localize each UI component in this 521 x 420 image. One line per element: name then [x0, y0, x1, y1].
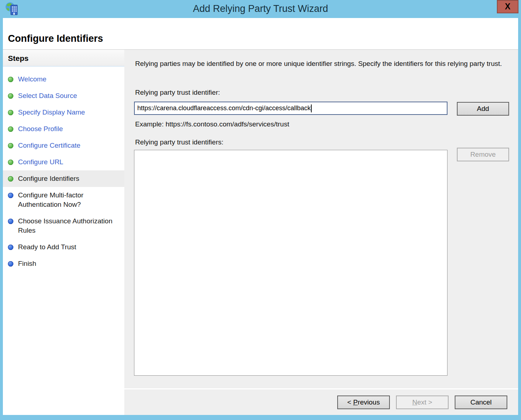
sidebar-step-welcome[interactable]: Welcome	[3, 71, 124, 88]
step-pending-bullet-icon	[8, 193, 13, 198]
add-button[interactable]: Add	[457, 102, 509, 116]
main-panel: Relying parties may be identified by one…	[124, 50, 518, 415]
step-pending-bullet-icon	[8, 219, 13, 224]
sidebar-step-specify-display-name[interactable]: Specify Display Name	[3, 104, 124, 121]
window-title: Add Relying Party Trust Wizard	[0, 0, 521, 18]
previous-label-accesskey: P	[353, 398, 358, 406]
step-label: Finish	[18, 259, 36, 268]
previous-label-pre: <	[347, 398, 353, 406]
sidebar-step-configure-url[interactable]: Configure URL	[3, 154, 124, 170]
add-relying-party-trust-wizard-window: Add Relying Party Trust Wizard x Configu…	[0, 0, 521, 420]
steps-list: WelcomeSelect Data SourceSpecify Display…	[3, 67, 124, 272]
step-label: Specify Display Name	[18, 108, 85, 117]
step-completed-bullet-icon	[8, 110, 13, 115]
step-completed-bullet-icon	[8, 176, 13, 182]
steps-heading: Steps	[3, 50, 124, 67]
identifiers-list-label: Relying party trust identifiers:	[135, 138, 223, 146]
identifier-input-value: https://carena.cloudflareaccess.com/cdn-…	[137, 104, 311, 112]
next-button[interactable]: Next >	[396, 396, 449, 409]
close-button[interactable]: x	[497, 0, 518, 13]
sidebar-step-configure-certificate[interactable]: Configure Certificate	[3, 137, 124, 154]
example-text: Example: https://fs.contoso.com/adfs/ser…	[135, 120, 289, 128]
footer: < Previous Next > Cancel	[124, 388, 518, 415]
cancel-button[interactable]: Cancel	[455, 396, 507, 409]
step-completed-bullet-icon	[8, 143, 13, 148]
step-completed-bullet-icon	[8, 160, 13, 165]
sidebar-step-choose-issuance-authorization-rules[interactable]: Choose Issuance Authorization Rules	[3, 213, 124, 239]
intro-text: Relying parties may be identified by one…	[135, 59, 505, 68]
configure-identifiers-section: Relying parties may be identified by one…	[124, 50, 518, 388]
step-label: Configure Multi-factor Authentication No…	[18, 191, 122, 209]
step-label: Configure URL	[18, 157, 63, 167]
relying-party-trust-identifiers-listbox[interactable]	[134, 150, 447, 376]
next-label-accesskey: N	[412, 398, 417, 406]
page-header: Configure Identifiers	[3, 18, 518, 50]
page-title: Configure Identifiers	[3, 18, 518, 44]
identifier-field-label: Relying party trust identifier:	[135, 89, 220, 97]
next-label-post: ext >	[417, 398, 432, 406]
step-completed-bullet-icon	[8, 77, 13, 82]
step-label: Ready to Add Trust	[18, 242, 76, 252]
step-label: Configure Certificate	[18, 141, 80, 150]
title-bar: Add Relying Party Trust Wizard x	[0, 0, 521, 18]
sidebar-step-finish[interactable]: Finish	[3, 255, 124, 272]
previous-button[interactable]: < Previous	[337, 396, 390, 409]
step-label: Choose Issuance Authorization Rules	[18, 216, 122, 235]
sidebar-step-ready-to-add-trust[interactable]: Ready to Add Trust	[3, 239, 124, 255]
steps-sidebar: Steps WelcomeSelect Data SourceSpecify D…	[3, 50, 124, 415]
sidebar-step-configure-identifiers[interactable]: Configure Identifiers	[3, 170, 124, 187]
step-completed-bullet-icon	[8, 93, 13, 99]
step-label: Welcome	[18, 75, 46, 84]
relying-party-trust-identifier-input[interactable]: https://carena.cloudflareaccess.com/cdn-…	[134, 102, 447, 115]
step-pending-bullet-icon	[8, 261, 13, 267]
sidebar-step-configure-multi-factor-authentication-now[interactable]: Configure Multi-factor Authentication No…	[3, 187, 124, 213]
step-label: Configure Identifiers	[18, 174, 79, 183]
text-caret	[311, 104, 312, 112]
step-label: Choose Profile	[18, 124, 63, 134]
step-completed-bullet-icon	[8, 126, 13, 132]
remove-button[interactable]: Remove	[457, 148, 509, 161]
step-label: Select Data Source	[18, 91, 77, 100]
step-pending-bullet-icon	[8, 245, 13, 250]
previous-label-post: revious	[358, 398, 380, 406]
sidebar-step-select-data-source[interactable]: Select Data Source	[3, 88, 124, 104]
sidebar-step-choose-profile[interactable]: Choose Profile	[3, 121, 124, 137]
